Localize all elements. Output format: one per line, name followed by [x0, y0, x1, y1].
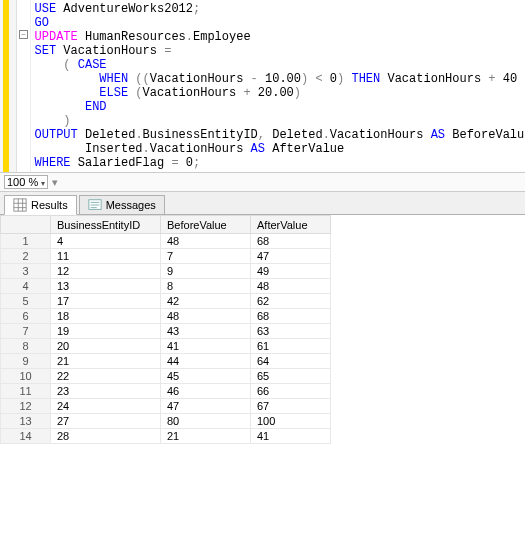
chevron-down-icon: ▾ [41, 179, 45, 188]
zoom-dash-icon: ▾ [52, 176, 58, 189]
cell[interactable]: 49 [251, 264, 331, 279]
cell[interactable]: 63 [251, 324, 331, 339]
table-row[interactable]: 6184868 [1, 309, 331, 324]
table-row[interactable]: 211747 [1, 249, 331, 264]
table-row[interactable]: 10224565 [1, 369, 331, 384]
svg-rect-0 [14, 199, 26, 211]
table-row[interactable]: 7194363 [1, 324, 331, 339]
results-grid: BusinessEntityID BeforeValue AfterValue … [0, 215, 525, 444]
table-row[interactable]: 5174262 [1, 294, 331, 309]
cell[interactable]: 65 [251, 369, 331, 384]
row-header[interactable]: 12 [1, 399, 51, 414]
cell[interactable]: 12 [51, 264, 161, 279]
kw-then: THEN [351, 72, 380, 86]
cell[interactable]: 9 [161, 264, 251, 279]
row-header[interactable]: 13 [1, 414, 51, 429]
row-header[interactable]: 9 [1, 354, 51, 369]
cell[interactable]: 4 [51, 234, 161, 249]
row-header[interactable]: 10 [1, 369, 51, 384]
cell[interactable]: 21 [51, 354, 161, 369]
table-row[interactable]: 9214464 [1, 354, 331, 369]
row-header[interactable]: 14 [1, 429, 51, 444]
cell[interactable]: 23 [51, 384, 161, 399]
table-row[interactable]: 12244767 [1, 399, 331, 414]
cell[interactable]: 61 [251, 339, 331, 354]
row-header[interactable]: 5 [1, 294, 51, 309]
kw-update: UPDATE [35, 30, 78, 44]
row-header[interactable]: 8 [1, 339, 51, 354]
cell[interactable]: 22 [51, 369, 161, 384]
tab-messages[interactable]: Messages [79, 195, 165, 215]
sql-editor: − USE AdventureWorks2012; GO UPDATE Huma… [0, 0, 525, 173]
kw-case: CASE [78, 58, 107, 72]
table-row[interactable]: 144868 [1, 234, 331, 249]
row-header[interactable]: 1 [1, 234, 51, 249]
col-header-aftervalue[interactable]: AfterValue [251, 216, 331, 234]
cell[interactable]: 18 [51, 309, 161, 324]
collapse-icon[interactable]: − [19, 30, 28, 39]
cell[interactable]: 41 [251, 429, 331, 444]
kw-end: END [35, 100, 107, 114]
cell[interactable]: 47 [251, 249, 331, 264]
cell[interactable]: 17 [51, 294, 161, 309]
tab-results[interactable]: Results [4, 195, 77, 215]
corner-cell[interactable] [1, 216, 51, 234]
kw-use: USE [35, 2, 57, 16]
table-row[interactable]: 8204161 [1, 339, 331, 354]
cell[interactable]: 68 [251, 234, 331, 249]
kw-as: AS [431, 128, 445, 142]
cell[interactable]: 68 [251, 309, 331, 324]
row-header[interactable]: 2 [1, 249, 51, 264]
col-header-businessentityid[interactable]: BusinessEntityID [51, 216, 161, 234]
kw-else: ELSE [35, 86, 129, 100]
cell[interactable]: 24 [51, 399, 161, 414]
cell[interactable]: 48 [251, 279, 331, 294]
cell[interactable]: 62 [251, 294, 331, 309]
cell[interactable]: 47 [161, 399, 251, 414]
row-header[interactable]: 7 [1, 324, 51, 339]
cell[interactable]: 19 [51, 324, 161, 339]
table-row[interactable]: 11234666 [1, 384, 331, 399]
cell[interactable]: 21 [161, 429, 251, 444]
cell[interactable]: 64 [251, 354, 331, 369]
cell[interactable]: 66 [251, 384, 331, 399]
kw-set: SET [35, 44, 57, 58]
col-header-beforevalue[interactable]: BeforeValue [161, 216, 251, 234]
zoom-bar: 100 % ▾ ▾ [0, 173, 525, 192]
header-row: BusinessEntityID BeforeValue AfterValue [1, 216, 331, 234]
cell[interactable]: 28 [51, 429, 161, 444]
cell[interactable]: 27 [51, 414, 161, 429]
cell[interactable]: 13 [51, 279, 161, 294]
cell[interactable]: 20 [51, 339, 161, 354]
table-row[interactable]: 413848 [1, 279, 331, 294]
table-row[interactable]: 312949 [1, 264, 331, 279]
cell[interactable]: 11 [51, 249, 161, 264]
row-header[interactable]: 6 [1, 309, 51, 324]
cell[interactable]: 48 [161, 234, 251, 249]
cell[interactable]: 42 [161, 294, 251, 309]
results-tabs: Results Messages [0, 192, 525, 215]
cell[interactable]: 41 [161, 339, 251, 354]
cell[interactable]: 8 [161, 279, 251, 294]
row-header[interactable]: 3 [1, 264, 51, 279]
row-header[interactable]: 11 [1, 384, 51, 399]
fold-column: − [17, 0, 30, 172]
table-row[interactable]: 14282141 [1, 429, 331, 444]
row-header[interactable]: 4 [1, 279, 51, 294]
kw-output: OUTPUT [35, 128, 78, 142]
tab-results-label: Results [31, 199, 68, 211]
cell[interactable]: 44 [161, 354, 251, 369]
cell[interactable]: 7 [161, 249, 251, 264]
cell[interactable]: 100 [251, 414, 331, 429]
cell[interactable]: 45 [161, 369, 251, 384]
code-area[interactable]: USE AdventureWorks2012; GO UPDATE HumanR… [31, 0, 525, 172]
cell[interactable]: 80 [161, 414, 251, 429]
cell[interactable]: 43 [161, 324, 251, 339]
table-row[interactable]: 132780100 [1, 414, 331, 429]
grid-icon [13, 198, 27, 212]
kw-when: WHEN [35, 72, 129, 86]
zoom-select[interactable]: 100 % ▾ [4, 175, 48, 189]
cell[interactable]: 67 [251, 399, 331, 414]
cell[interactable]: 46 [161, 384, 251, 399]
cell[interactable]: 48 [161, 309, 251, 324]
